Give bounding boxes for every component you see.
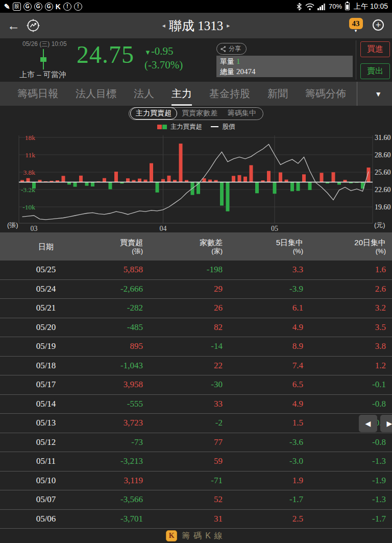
- row-value: 3,723: [92, 418, 143, 428]
- subtab-籌碼集中[interactable]: 籌碼集中: [223, 108, 261, 119]
- table-row[interactable]: 05/103,119-711.9-1.9: [0, 471, 392, 491]
- page-next-button[interactable]: ▶: [380, 415, 392, 432]
- table-row[interactable]: 05/07-3,56652-1.7-1.3: [0, 490, 392, 510]
- sell-legend-swatch: [162, 125, 167, 129]
- row-value: -1.3: [306, 494, 392, 505]
- row-value: 52: [143, 494, 226, 505]
- table-row[interactable]: 05/14-555334.9-0.8: [0, 395, 392, 414]
- table-row[interactable]: 05/255,858-1983.31.6: [0, 261, 392, 280]
- table-row[interactable]: 05/24-2,66629-3.92.6: [0, 280, 392, 299]
- share-button[interactable]: 分享: [216, 43, 247, 55]
- row-value: 2.5: [226, 514, 306, 524]
- row-value: 3,119: [92, 476, 143, 486]
- table-row[interactable]: 05/20-485824.93.5: [0, 318, 392, 338]
- row-value: -3.6: [226, 437, 306, 447]
- row-value: 3,958: [92, 380, 143, 390]
- row-value: 82: [143, 322, 226, 333]
- row-date: 05/06: [0, 514, 92, 524]
- notification-badge: 43: [349, 18, 363, 29]
- g-app-icon: G: [45, 3, 53, 11]
- svg-text:25.60: 25.60: [375, 169, 391, 176]
- row-value: -3.9: [226, 284, 306, 294]
- row-value: -3,566: [92, 494, 143, 505]
- table-row[interactable]: 05/173,958-306.5-0.1: [0, 375, 392, 395]
- table-row[interactable]: 05/12-7377-3.6-0.8: [0, 433, 392, 453]
- svg-text:18k: 18k: [25, 134, 36, 141]
- chart-section: 主力買賣超買賣家數差籌碼集中 主力買賣超 股價 18k11k3.8k-3.2k-…: [0, 106, 392, 232]
- battery-icon: [345, 3, 350, 10]
- quote-datetime: 05/26 (三) 10:05: [22, 40, 67, 49]
- notification-bell-icon[interactable]: 43 ▾: [348, 18, 363, 32]
- page-title: 聯成 1313: [169, 17, 223, 34]
- row-value: 26: [143, 303, 226, 313]
- tab-籌碼分佈[interactable]: 籌碼分佈: [305, 82, 346, 106]
- table-row[interactable]: 05/21-282266.13.2: [0, 299, 392, 318]
- tab-主力[interactable]: 主力: [172, 82, 192, 106]
- row-date: 05/07: [0, 494, 92, 505]
- table-row[interactable]: 05/06-3,701312.5-1.7: [0, 510, 392, 529]
- app-logo-icon: K: [166, 530, 177, 541]
- row-value: 77: [143, 437, 226, 447]
- row-value: 4.9: [226, 322, 306, 333]
- svg-text:03: 03: [31, 225, 38, 232]
- volume-box: 單量 1 總量 20474: [216, 56, 353, 77]
- row-value: 895: [92, 341, 143, 351]
- tab-法人[interactable]: 法人: [134, 82, 154, 106]
- column-header: 5日集中(%): [226, 238, 306, 255]
- row-date: 05/24: [0, 284, 92, 294]
- tab-法人目標[interactable]: 法人目標: [76, 82, 116, 106]
- row-value: -1,043: [92, 361, 143, 371]
- buy-button[interactable]: 買進: [360, 41, 390, 57]
- column-header: 買賣超(張): [92, 238, 143, 255]
- row-date: 05/25: [0, 265, 92, 275]
- svg-text:05: 05: [271, 225, 278, 232]
- tab-籌碼日報[interactable]: 籌碼日報: [17, 82, 58, 106]
- price-change: ▼-0.95 (-3.70%): [144, 45, 183, 71]
- table-row[interactable]: 05/11-3,21359-3.0-1.3: [0, 452, 392, 471]
- row-date: 05/10: [0, 476, 92, 486]
- subtab-主力買賣超[interactable]: 主力買賣超: [130, 107, 177, 120]
- row-date: 05/11: [0, 456, 92, 466]
- status-bar: ✎股GGGK!! 70% 上午 10:05: [0, 0, 392, 13]
- subtab-買賣家數差[interactable]: 買賣家數差: [177, 108, 223, 119]
- row-date: 05/13: [0, 418, 92, 428]
- table-row[interactable]: 05/19895-148.93.8: [0, 337, 392, 357]
- prev-stock-arrow[interactable]: ◂: [162, 22, 165, 29]
- unit-volume: 1: [236, 57, 240, 65]
- row-value: -1.7: [226, 494, 306, 505]
- row-value: 2.6: [306, 284, 392, 294]
- down-triangle-icon: ▼: [144, 49, 151, 56]
- main-chart[interactable]: 18k11k3.8k-3.2k-10k31.6028.6025.6022.601…: [0, 132, 392, 232]
- row-value: 1.6: [306, 265, 392, 275]
- tab-基金持股[interactable]: 基金持股: [209, 82, 250, 106]
- row-value: 3.2: [306, 303, 392, 313]
- chart-legend: 主力買賣超 股價: [0, 121, 392, 132]
- chart-compass-icon[interactable]: [27, 19, 40, 34]
- row-value: -282: [92, 303, 143, 313]
- line-legend-swatch: [211, 126, 218, 128]
- next-stock-arrow[interactable]: ▸: [227, 22, 230, 29]
- row-value: -3,213: [92, 456, 143, 466]
- tab-新聞[interactable]: 新聞: [267, 82, 288, 106]
- add-button[interactable]: +: [373, 19, 384, 31]
- row-date: 05/14: [0, 399, 92, 409]
- row-value: -3,701: [92, 514, 143, 524]
- row-value: 31: [143, 514, 226, 524]
- row-value: -71: [143, 476, 226, 486]
- sell-button[interactable]: 賣出: [360, 63, 390, 79]
- g-app-icon: G: [23, 3, 32, 11]
- row-value: 4.9: [226, 399, 306, 409]
- back-button[interactable]: ←: [7, 18, 20, 33]
- subtab-group: 主力買賣超買賣家數差籌碼集中: [129, 107, 263, 120]
- row-value: 7.4: [226, 361, 306, 371]
- svg-text:31.60: 31.60: [375, 134, 391, 141]
- row-value: -2: [143, 418, 226, 428]
- svg-text:28.60: 28.60: [375, 151, 391, 159]
- table-row[interactable]: 05/18-1,043227.41.2: [0, 357, 392, 376]
- page-prev-button[interactable]: ◀: [359, 415, 377, 432]
- row-value: 6.5: [226, 380, 306, 390]
- share-icon: [220, 46, 226, 52]
- tabs-more-dropdown[interactable]: ▼: [375, 82, 382, 106]
- bluetooth-icon: [296, 3, 302, 11]
- table-row[interactable]: 05/133,723-21.5-0.7: [0, 414, 392, 433]
